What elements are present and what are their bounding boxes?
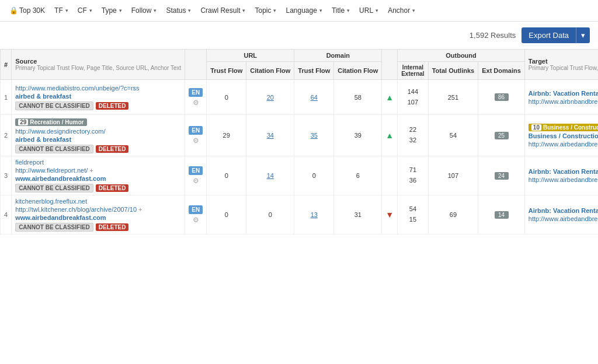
lang-badge: EN — [189, 205, 203, 214]
lang-cell: EN ⚙ — [185, 80, 207, 115]
export-button[interactable]: Export Data ▾ — [521, 27, 590, 43]
nav-anchor[interactable]: Anchor ▾ — [384, 5, 419, 16]
row-number: 3 — [1, 156, 12, 195]
source-anchor-link[interactable]: www.airbedandbreakfast.com — [15, 175, 181, 182]
table-row: 4 kitchenerblog.freeflux.nethttp://twl.k… — [1, 195, 599, 235]
deleted-badge: DELETED — [96, 184, 129, 192]
url-citation-flow-cell: 20 — [246, 80, 294, 115]
triangle-down-icon: ▼ — [385, 210, 394, 219]
target-anchor-link[interactable]: Business / Construction and M... — [529, 132, 598, 139]
target-cell: 10Business / Construction and M...Busine… — [524, 115, 598, 156]
triangle-up-icon: ▲ — [385, 131, 394, 140]
chevron-down-icon: ▾ — [319, 8, 322, 13]
target-url-link[interactable]: http://www.airbedandbreakfast.com/story.… — [529, 176, 598, 183]
table-row: 3 fieldreporthttp://www.fieldreport.net/… — [1, 156, 599, 195]
target-cell: Airbnb: Vacation Rentals, Cabins... http… — [524, 80, 598, 115]
triangle-cell: ▲ — [382, 80, 398, 115]
col-url-trust-header: Trust Flow — [207, 62, 246, 80]
row-number: 1 — [1, 80, 12, 115]
gear-icon[interactable]: ⚙ — [189, 216, 203, 224]
source-url-link[interactable]: kitchenerblog.freeflux.net — [15, 198, 181, 205]
source-anchor-link[interactable]: airbed & breakfast — [15, 93, 181, 100]
chevron-down-icon: ▾ — [65, 8, 68, 13]
target-anchor-link[interactable]: Airbnb: Vacation Rentals, Cabins... — [529, 90, 598, 97]
col-source-header: Source Primary Topical Trust Flow, Page … — [12, 50, 185, 80]
triangle-up-icon: ▲ — [385, 93, 394, 102]
source-url-link[interactable]: http://www.designdirectory.com/ — [15, 128, 181, 135]
source-url-link[interactable]: fieldreport — [15, 159, 181, 166]
nav-tf[interactable]: TF ▾ — [51, 5, 72, 16]
col-domain-group-header: Domain — [294, 50, 382, 62]
domain-trust-link[interactable]: 35 — [311, 132, 318, 139]
cannot-classify-badge: CANNOT BE CLASSIFIED — [15, 184, 93, 192]
chevron-down-icon: ▾ — [412, 8, 415, 13]
ext-domains-cell: 24 — [478, 156, 525, 195]
url-trust-flow-cell: 0 — [207, 156, 246, 195]
internal-external-cell: 7136 — [398, 156, 428, 195]
col-outbound-group-header: Outbound — [398, 50, 525, 62]
row-number: 4 — [1, 195, 12, 235]
source-cell: http://www.mediabistro.com/unbeige/?c=rs… — [12, 80, 185, 115]
source-anchor-link[interactable]: airbed & breakfast — [15, 136, 181, 143]
source-anchor-link[interactable]: www.airbedandbreakfast.com — [15, 214, 181, 221]
source-url2-link[interactable]: http://twl.kitchener.ch/blog/archive/200… — [15, 206, 181, 213]
domain-trust-link[interactable]: 64 — [311, 94, 318, 101]
main-table: # Source Primary Topical Trust Flow, Pag… — [0, 49, 598, 235]
citation-flow-link[interactable]: 14 — [267, 172, 274, 179]
nav-type[interactable]: Type ▾ — [98, 5, 126, 16]
top-navigation: 🔒 Top 30K TF ▾ CF ▾ Type ▾ Follow ▾ Stat… — [0, 0, 598, 22]
ext-domains-cell: 86 — [478, 80, 525, 115]
lang-badge: EN — [189, 88, 203, 97]
domain-citation-flow-cell: 39 — [334, 115, 382, 156]
target-cell: Airbnb: Vacation Rentals, Cabins... http… — [524, 195, 598, 235]
target-url-link[interactable]: http://www.airbnbandbreakfast.com/index.… — [529, 98, 598, 105]
table-row: 2 29 Recreation / Humor http://www.desig… — [1, 115, 599, 156]
url-citation-flow-cell: 34 — [246, 115, 294, 156]
col-num-header: # — [1, 50, 12, 80]
gear-icon[interactable]: ⚙ — [189, 177, 203, 185]
domain-trust-flow-cell: 0 — [294, 156, 334, 195]
nav-follow[interactable]: Follow ▾ — [128, 5, 161, 16]
target-url-link[interactable]: http://www.airbedandbreakfast.com/story.… — [529, 215, 598, 222]
domain-trust-link[interactable]: 13 — [311, 211, 318, 218]
triangle-cell — [382, 156, 398, 195]
url-trust-flow-cell: 29 — [207, 115, 246, 156]
col-url-citation-header: Citation Flow — [246, 62, 294, 80]
gear-icon[interactable]: ⚙ — [189, 99, 203, 107]
nav-url[interactable]: URL ▾ — [356, 5, 382, 16]
chevron-down-icon: ▾ — [242, 8, 245, 13]
col-lang-header — [185, 50, 207, 80]
source-url2-link[interactable]: http://www.fieldreport.net/ + — [15, 167, 181, 174]
ext-domains-value: 86 — [495, 93, 509, 101]
target-anchor-link[interactable]: Airbnb: Vacation Rentals, Cabins... — [529, 207, 598, 214]
target-cell: Airbnb: Vacation Rentals, Cabins... http… — [524, 156, 598, 195]
col-total-outlinks-header: Total Outlinks — [428, 62, 478, 80]
nav-cf[interactable]: CF ▾ — [74, 5, 96, 16]
chevron-down-icon: ▾ — [347, 8, 350, 13]
nav-status[interactable]: Status ▾ — [162, 5, 194, 16]
nav-language[interactable]: Language ▾ — [282, 5, 325, 16]
deleted-badge: DELETED — [96, 145, 129, 153]
col-target-header: Target Primary Topical Trust Flow, Page … — [524, 50, 598, 80]
citation-flow-link[interactable]: 34 — [267, 132, 274, 139]
source-url-link[interactable]: http://www.mediabistro.com/unbeige/?c=rs… — [15, 85, 181, 92]
gear-icon[interactable]: ⚙ — [189, 136, 203, 145]
col-ext-domains-header: Ext Domains — [478, 62, 525, 80]
cannot-classify-badge: CANNOT BE CLASSIFIED — [15, 145, 93, 153]
lang-cell: EN ⚙ — [185, 115, 207, 156]
nav-title[interactable]: Title ▾ — [328, 5, 353, 16]
citation-flow-link[interactable]: 20 — [267, 94, 274, 101]
target-anchor-link[interactable]: Airbnb: Vacation Rentals, Cabins... — [529, 168, 598, 175]
nav-crawl-result[interactable]: Crawl Result ▾ — [197, 5, 249, 16]
ext-domains-value: 14 — [495, 211, 509, 219]
internal-external-cell: 2232 — [398, 115, 428, 156]
lock-icon: 🔒 — [9, 6, 18, 15]
ext-domains-cell: 14 — [478, 195, 525, 235]
col-internal-external-header: Internal External — [398, 62, 428, 80]
chevron-down-icon: ▾ — [188, 8, 191, 13]
nav-topic[interactable]: Topic ▾ — [251, 5, 280, 16]
ext-domains-cell: 25 — [478, 115, 525, 156]
nav-top30k[interactable]: 🔒 Top 30K — [6, 5, 48, 16]
export-label: Export Data — [521, 27, 576, 43]
target-url-link[interactable]: http://www.airbedandbreakfast.com/ — [529, 141, 598, 148]
